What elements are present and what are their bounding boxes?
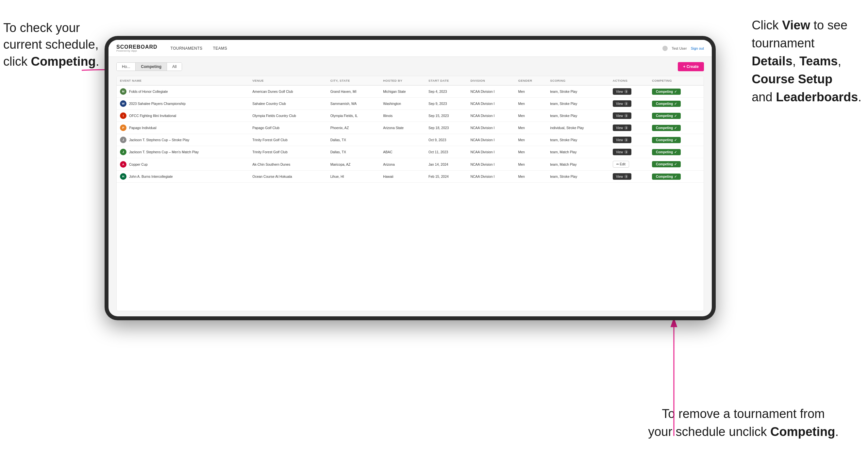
col-division: DIVISION — [467, 76, 515, 85]
view-button[interactable]: View ℹ — [613, 136, 632, 143]
cell-division: NCAA Division I — [467, 146, 515, 158]
cell-competing: Competing ✓ — [649, 122, 704, 134]
table-row: J Jackson T. Stephens Cup – Men's Match … — [117, 146, 704, 158]
cell-actions: View ℹ — [610, 134, 649, 146]
cell-competing: Competing ✓ — [649, 134, 704, 146]
annotation-top-left: To check your current schedule, click Co… — [3, 20, 99, 70]
info-icon: ℹ — [624, 102, 628, 105]
cell-city-state: Olympia Fields, IL — [327, 110, 380, 122]
cell-scoring: team, Stroke Play — [547, 85, 609, 98]
cell-scoring: team, Stroke Play — [547, 110, 609, 122]
view-button[interactable]: View ℹ — [613, 149, 632, 155]
cell-city-state: Sammamish, WA — [327, 98, 380, 110]
nav-teams[interactable]: TEAMS — [213, 46, 227, 51]
cell-venue: Olympia Fields Country Club — [249, 110, 327, 122]
create-button[interactable]: + Create — [678, 62, 704, 71]
competing-button[interactable]: Competing ✓ — [652, 101, 681, 107]
view-button[interactable]: View ℹ — [613, 113, 632, 119]
cell-actions: ✏ Edit — [610, 158, 649, 170]
event-name-text: Folds of Honor Collegiate — [129, 90, 168, 93]
info-icon: ℹ — [624, 114, 628, 118]
cell-competing: Competing ✓ — [649, 170, 704, 183]
cell-hosted-by: Arizona State — [380, 122, 425, 134]
team-logo: M — [120, 88, 126, 95]
cell-event-name: J Jackson T. Stephens Cup – Men's Match … — [117, 146, 249, 158]
cell-event-name: M Folds of Honor Collegiate — [117, 85, 249, 98]
cell-start-date: Oct 9, 2023 — [425, 134, 467, 146]
team-logo: I — [120, 113, 126, 119]
info-icon: ℹ — [624, 150, 628, 154]
signout-link[interactable]: Sign out — [691, 46, 704, 50]
cell-city-state: Dallas, TX — [327, 146, 380, 158]
view-button[interactable]: View ℹ — [613, 88, 632, 95]
scoreboard-logo: SCOREBOARD Powered by clippi — [116, 44, 157, 52]
info-icon: ℹ — [624, 175, 628, 179]
navbar: SCOREBOARD Powered by clippi TOURNAMENTS… — [108, 40, 712, 57]
view-button[interactable]: View ℹ — [613, 100, 632, 107]
nav-right: Test User Sign out — [662, 46, 704, 51]
event-name-text: Jackson T. Stephens Cup – Stroke Play — [129, 138, 189, 142]
competing-button[interactable]: Competing ✓ — [652, 113, 681, 119]
filter-tab-home[interactable]: Ho... — [117, 63, 135, 71]
col-gender: GENDER — [515, 76, 547, 85]
cell-scoring: team, Stroke Play — [547, 134, 609, 146]
team-logo: J — [120, 149, 126, 155]
cell-event-name: P Papago Individual — [117, 122, 249, 134]
filter-tab-all[interactable]: All — [167, 63, 182, 71]
annotation-top-right: Click View to see tournament Details, Te… — [752, 16, 862, 106]
cell-competing: Competing ✓ — [649, 98, 704, 110]
info-icon: ℹ — [624, 90, 628, 93]
cell-actions: View ℹ — [610, 110, 649, 122]
cell-venue: Sahalee Country Club — [249, 98, 327, 110]
event-name-text: 2023 Sahalee Players Championship — [129, 102, 186, 105]
checkmark-icon: ✓ — [674, 90, 677, 93]
cell-scoring: team, Stroke Play — [547, 170, 609, 183]
competing-button[interactable]: Competing ✓ — [652, 125, 681, 131]
cell-city-state: Maricopa, AZ — [327, 158, 380, 170]
checkmark-icon: ✓ — [674, 150, 677, 154]
table-row: A Copper Cup Ak-Chin Southern Dunes Mari… — [117, 158, 704, 170]
nav-tournaments[interactable]: TOURNAMENTS — [170, 46, 203, 51]
event-name-text: OFCC Fighting Illini Invitational — [129, 114, 176, 118]
filter-tabs: Ho... Competing All — [116, 62, 182, 71]
cell-city-state: Phoenix, AZ — [327, 122, 380, 134]
tablet-screen: SCOREBOARD Powered by clippi TOURNAMENTS… — [108, 40, 712, 316]
tournament-table: EVENT NAME VENUE CITY, STATE HOSTED BY S… — [116, 76, 704, 311]
table-header-row: EVENT NAME VENUE CITY, STATE HOSTED BY S… — [117, 76, 704, 85]
cell-scoring: team, Match Play — [547, 146, 609, 158]
cell-hosted-by: Illinois — [380, 110, 425, 122]
cell-event-name: H John A. Burns Intercollegiate — [117, 170, 249, 183]
cell-event-name: I OFCC Fighting Illini Invitational — [117, 110, 249, 122]
cell-start-date: Sep 9, 2023 — [425, 98, 467, 110]
team-logo: J — [120, 136, 126, 143]
checkmark-icon: ✓ — [674, 162, 677, 166]
filter-tab-competing[interactable]: Competing — [135, 63, 167, 71]
cell-gender: Men — [515, 122, 547, 134]
competing-button[interactable]: Competing ✓ — [652, 149, 681, 155]
competing-button[interactable]: Competing ✓ — [652, 161, 681, 167]
cell-start-date: Sep 15, 2023 — [425, 110, 467, 122]
view-button[interactable]: View ℹ — [613, 125, 632, 131]
edit-button[interactable]: ✏ Edit — [613, 161, 629, 168]
competing-button[interactable]: Competing ✓ — [652, 137, 681, 143]
user-name: Test User — [672, 46, 687, 50]
col-hosted-by: HOSTED BY — [380, 76, 425, 85]
cell-venue: Ak-Chin Southern Dunes — [249, 158, 327, 170]
cell-competing: Competing ✓ — [649, 158, 704, 170]
cell-event-name: W 2023 Sahalee Players Championship — [117, 98, 249, 110]
cell-hosted-by: Arizona — [380, 158, 425, 170]
cell-actions: View ℹ — [610, 146, 649, 158]
cell-scoring: individual, Stroke Play — [547, 122, 609, 134]
cell-division: NCAA Division I — [467, 85, 515, 98]
competing-button[interactable]: Competing ✓ — [652, 174, 681, 180]
cell-actions: View ℹ — [610, 122, 649, 134]
event-name-text: Jackson T. Stephens Cup – Men's Match Pl… — [129, 150, 199, 154]
competing-button[interactable]: Competing ✓ — [652, 89, 681, 95]
view-button[interactable]: View ℹ — [613, 173, 632, 180]
cell-competing: Competing ✓ — [649, 110, 704, 122]
filter-bar: Ho... Competing All + Create — [116, 62, 704, 71]
cell-gender: Men — [515, 146, 547, 158]
team-logo: W — [120, 100, 126, 107]
cell-event-name: J Jackson T. Stephens Cup – Stroke Play — [117, 134, 249, 146]
col-event-name: EVENT NAME — [117, 76, 249, 85]
